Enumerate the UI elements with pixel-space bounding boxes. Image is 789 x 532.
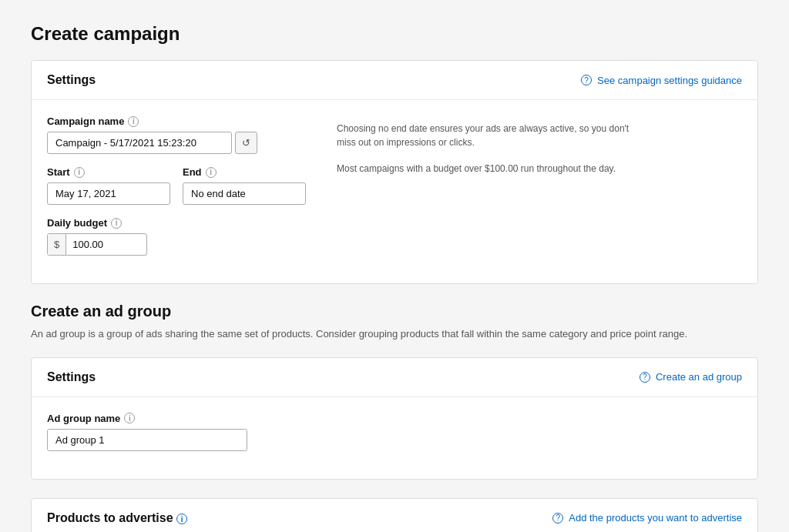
page-title: Create campaign <box>31 23 758 45</box>
campaign-name-input[interactable] <box>47 132 232 154</box>
products-title-info-icon: i <box>176 514 187 524</box>
create-ad-group-link-icon: ? <box>640 372 650 383</box>
settings-card-title: Settings <box>47 73 96 87</box>
campaign-name-wrapper: ↺ <box>47 132 306 154</box>
ad-group-settings-body: Ad group name i <box>32 397 757 479</box>
ad-group-settings-card: Settings ? Create an ad group Ad group n… <box>31 357 758 480</box>
start-date-input[interactable] <box>47 182 170 205</box>
campaign-name-group: Campaign name i ↺ <box>47 115 306 154</box>
add-products-link[interactable]: ? Add the products you want to advertise <box>552 512 742 524</box>
products-card-header: Products to advertise i ? Add the produc… <box>32 499 757 533</box>
daily-budget-group: Daily budget i $ <box>47 217 306 256</box>
campaign-name-info-icon: i <box>128 116 139 127</box>
budget-wrapper: $ <box>47 233 147 256</box>
page-container: Create campaign Settings ? See campaign … <box>0 0 789 532</box>
budget-hint: Most campaigns with a budget over $100.0… <box>337 162 630 176</box>
start-date-group: Start i <box>47 166 170 205</box>
start-date-label: Start i <box>47 166 170 178</box>
end-date-info-icon: i <box>206 167 217 178</box>
campaign-settings-guidance-link[interactable]: ? See campaign settings guidance <box>581 75 742 86</box>
budget-prefix: $ <box>48 234 66 255</box>
end-date-label: End i <box>183 166 306 178</box>
end-date-group: End i <box>183 166 306 205</box>
products-card-title: Products to advertise i <box>47 511 187 525</box>
no-end-date-hint: Choosing no end date ensures your ads ar… <box>337 122 630 149</box>
ad-group-name-input[interactable] <box>47 429 247 451</box>
daily-budget-info-icon: i <box>111 218 122 229</box>
ad-group-name-group: Ad group name i <box>47 413 742 451</box>
daily-budget-label: Daily budget i <box>47 217 306 229</box>
start-date-info-icon: i <box>74 167 85 178</box>
settings-form-left: Campaign name i ↺ Start <box>47 115 306 268</box>
ad-group-name-info-icon: i <box>124 413 135 423</box>
ad-group-settings-header: Settings ? Create an ad group <box>32 358 757 397</box>
ad-group-settings-title: Settings <box>47 370 96 384</box>
daily-budget-input[interactable] <box>66 234 136 255</box>
settings-card: Settings ? See campaign settings guidanc… <box>31 60 758 284</box>
settings-card-body: Campaign name i ↺ Start <box>32 100 757 283</box>
ad-group-section-title: Create an ad group <box>31 303 758 320</box>
info-link-icon: ? <box>581 75 592 85</box>
campaign-name-label: Campaign name i <box>47 115 306 127</box>
products-card: Products to advertise i ? Add the produc… <box>31 498 758 533</box>
ad-group-section-description: An ad group is a group of ads sharing th… <box>31 326 758 342</box>
refresh-campaign-name-button[interactable]: ↺ <box>235 132 257 154</box>
end-date-input[interactable] <box>183 182 306 205</box>
add-products-link-icon: ? <box>552 513 563 524</box>
settings-form-section: Campaign name i ↺ Start <box>47 115 742 268</box>
ad-group-name-label: Ad group name i <box>47 413 742 424</box>
settings-form-right: Choosing no end date ensures your ads ar… <box>337 115 742 268</box>
date-row: Start i End i <box>47 166 306 217</box>
settings-card-header: Settings ? See campaign settings guidanc… <box>32 61 757 100</box>
create-ad-group-link[interactable]: ? Create an ad group <box>640 371 742 383</box>
